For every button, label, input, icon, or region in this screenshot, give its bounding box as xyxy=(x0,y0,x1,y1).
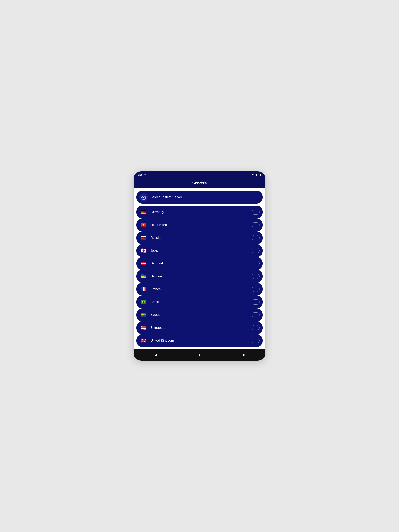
bar3 xyxy=(256,340,256,342)
nav-back-button[interactable]: ◀ xyxy=(151,352,161,358)
bar1 xyxy=(254,238,254,239)
bar4 xyxy=(257,327,257,329)
status-right: ▼ ▲4 ▮ xyxy=(252,173,261,176)
bar2 xyxy=(255,315,255,317)
bar3 xyxy=(256,276,256,278)
bar2 xyxy=(255,302,255,304)
bar3 xyxy=(256,263,256,265)
signal-bars-sweden xyxy=(254,313,257,317)
server-item-united-kingdom[interactable]: 🇬🇧 United Kingdom xyxy=(136,334,263,347)
signal-badge-japan xyxy=(252,248,259,253)
signal-badge-germany xyxy=(252,209,259,215)
server-name-ukraine: Ukraine xyxy=(150,274,252,278)
bar2 xyxy=(255,328,255,329)
signal-badge-russia xyxy=(252,235,259,240)
signal-badge-hong-kong xyxy=(252,222,259,228)
flag-icon-brazil: 🇧🇷 xyxy=(140,298,148,306)
speedometer-icon xyxy=(140,193,148,201)
flag-icon-singapore: 🇸🇬 xyxy=(140,324,148,332)
signal-bars-germany xyxy=(254,210,257,214)
bar1 xyxy=(254,277,254,278)
bar1 xyxy=(254,316,254,317)
flag-icon-france: 🇫🇷 xyxy=(140,285,148,293)
signal-bars-denmark xyxy=(254,262,257,265)
signal-bars-united-kingdom xyxy=(254,339,257,342)
server-item-hong-kong[interactable]: 🇭🇰 Hong Kong xyxy=(136,218,263,231)
bar2 xyxy=(255,251,255,252)
server-item-denmark[interactable]: 🇩🇰 Denmark xyxy=(136,257,263,270)
bar2 xyxy=(255,276,255,278)
server-item-france[interactable]: 🇫🇷 France xyxy=(136,283,263,296)
bar4 xyxy=(257,211,257,214)
signal-badge-denmark xyxy=(252,261,259,266)
wifi-icon: ▼ xyxy=(252,173,254,176)
server-name-hong-kong: Hong Kong xyxy=(150,223,252,227)
bar3 xyxy=(256,289,256,291)
bar2 xyxy=(255,289,255,291)
signal-bars-russia xyxy=(254,236,257,239)
bar4 xyxy=(257,249,257,252)
signal-bars-ukraine xyxy=(254,275,257,278)
bar1 xyxy=(254,303,254,304)
server-item-japan[interactable]: 🇯🇵 Japan xyxy=(136,244,263,257)
svg-point-2 xyxy=(143,197,144,198)
bar4 xyxy=(257,288,257,291)
page-title: Servers xyxy=(192,181,206,185)
bar4 xyxy=(257,314,257,317)
back-button[interactable]: ← xyxy=(138,181,142,185)
signal-bars-singapore xyxy=(254,326,257,329)
bar3 xyxy=(256,250,256,252)
bar1 xyxy=(254,290,254,291)
fastest-server-button[interactable]: Select Fastest Server xyxy=(136,191,263,204)
bar4 xyxy=(257,301,257,304)
signal-bars-brazil xyxy=(254,300,257,304)
time: 9:28 xyxy=(138,173,143,176)
nav-home-button[interactable]: ● xyxy=(195,352,205,358)
signal-bars-hong-kong xyxy=(254,223,257,227)
server-name-sweden: Sweden xyxy=(150,313,252,317)
server-name-france: France xyxy=(150,287,252,291)
bar4 xyxy=(257,224,257,227)
server-list: Select Fastest Server 🇩🇪 Germany 🇭🇰 Hong… xyxy=(134,189,265,349)
server-item-singapore[interactable]: 🇸🇬 Singapore xyxy=(136,321,263,334)
app-header: ← Servers xyxy=(134,178,265,189)
server-name-russia: Russia xyxy=(150,236,252,240)
status-left: 9:28 ⊕ xyxy=(138,173,146,176)
bar1 xyxy=(254,213,254,214)
bar4 xyxy=(257,237,257,239)
flag-icon-japan: 🇯🇵 xyxy=(140,247,148,255)
server-item-germany[interactable]: 🇩🇪 Germany xyxy=(136,206,263,218)
bar2 xyxy=(255,263,255,265)
device-frame: 9:28 ⊕ ▼ ▲4 ▮ ← Servers xyxy=(133,171,266,361)
server-item-sweden[interactable]: 🇸🇪 Sweden xyxy=(136,309,263,321)
server-name-singapore: Singapore xyxy=(150,326,252,330)
flag-icon-hong-kong: 🇭🇰 xyxy=(140,221,148,229)
flag-icon-denmark: 🇩🇰 xyxy=(140,259,148,267)
server-item-russia[interactable]: 🇷🇺 Russia xyxy=(136,231,263,244)
signal-badge-brazil xyxy=(252,299,259,304)
bar2 xyxy=(255,341,255,342)
bar4 xyxy=(257,262,257,265)
battery-icon: ▮ xyxy=(260,173,261,176)
bar1 xyxy=(254,226,254,227)
server-name-brazil: Brazil xyxy=(150,300,252,304)
bar4 xyxy=(257,339,257,342)
server-name-united-kingdom: United Kingdom xyxy=(150,339,252,342)
server-item-ukraine[interactable]: 🇺🇦 Ukraine xyxy=(136,270,263,283)
signal-badge-ukraine xyxy=(252,274,259,279)
signal-badge-sweden xyxy=(252,312,259,317)
server-item-brazil[interactable]: 🇧🇷 Brazil xyxy=(136,296,263,309)
bar3 xyxy=(256,301,256,304)
server-name-denmark: Denmark xyxy=(150,261,252,266)
flag-icon-sweden: 🇸🇪 xyxy=(140,311,148,319)
server-name-japan: Japan xyxy=(150,249,252,253)
nav-recents-button[interactable]: ■ xyxy=(238,352,248,358)
data-icon: ⊕ xyxy=(144,173,146,176)
flag-icon-germany: 🇩🇪 xyxy=(140,208,148,216)
bar1 xyxy=(254,251,254,252)
bar3 xyxy=(256,224,256,227)
bar3 xyxy=(256,314,256,317)
bar1 xyxy=(254,328,254,329)
fastest-server-label: Select Fastest Server xyxy=(150,195,259,199)
bar4 xyxy=(257,275,257,278)
